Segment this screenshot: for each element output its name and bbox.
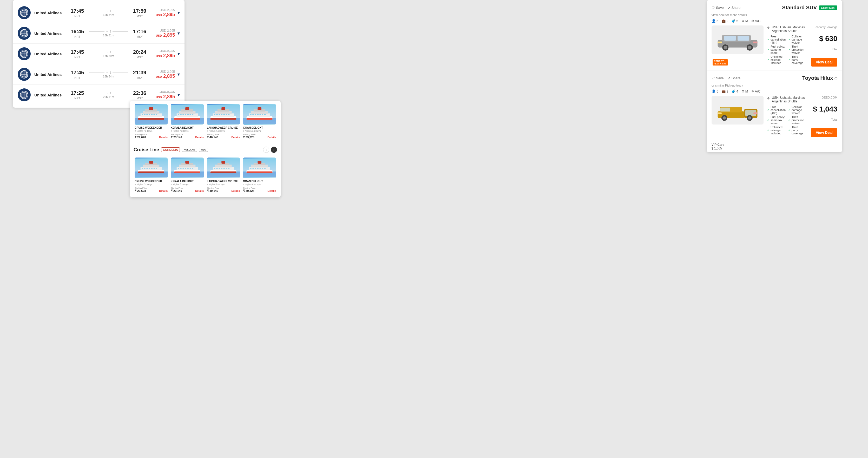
car-benefit: ✓ Theft protection waiver	[788, 115, 805, 125]
view-deal-button[interactable]: View Deal	[811, 58, 837, 66]
car-image	[712, 26, 764, 54]
svg-rect-165	[252, 167, 254, 169]
svg-rect-76	[182, 114, 184, 115]
cruise-title-suffix: Line	[149, 147, 159, 152]
svg-rect-94	[226, 114, 227, 115]
flight-row[interactable]: United Airlines 16:45 NRT → 1 15h 31m 17…	[13, 23, 185, 44]
cruise-price: ₹ 39,328	[243, 189, 254, 193]
expand-chevron[interactable]: ▾	[178, 10, 180, 16]
cruise-price: ₹ 29,628	[135, 136, 146, 139]
cruise-image	[135, 157, 167, 178]
airline-name: United Airlines	[34, 72, 71, 77]
svg-rect-169	[262, 167, 263, 169]
flight-duration: 17h 39m	[103, 54, 114, 57]
cruise-duration: 3 Nights / 4 Days	[243, 130, 276, 132]
svg-rect-164	[250, 167, 251, 169]
flight-price-block: USD 2,995 USD 2,895	[146, 70, 175, 79]
cruise-details-button[interactable]: Details	[268, 189, 276, 192]
location-text: USH: Ushuaia Malvinas Argentinas Shuttle	[772, 96, 805, 103]
car-price: $ 630	[819, 35, 837, 43]
cruise-details-button[interactable]: Details	[159, 136, 167, 139]
svg-rect-55	[141, 113, 162, 117]
flight-route: → 1 18h 54m	[87, 71, 130, 78]
cruise-card: GOAN DELIGHT 3 Nights / 4 Days Starting …	[241, 104, 278, 142]
cruise-price: ₹ 40,140	[207, 136, 218, 139]
cruise-next-button[interactable]: ›	[271, 147, 277, 153]
airline-logo	[18, 27, 31, 40]
share-button[interactable]: ↗ Share	[727, 76, 741, 80]
departure-time: 16:45	[71, 29, 84, 35]
svg-rect-65	[156, 114, 157, 115]
svg-rect-123	[151, 167, 153, 169]
cruise-top-grid: CRUISE WEEKENDER 2 Nights / 3 Days Start…	[130, 101, 281, 144]
save-button[interactable]: ♡ Save	[712, 76, 724, 80]
car-name: Standard SUV	[782, 5, 817, 11]
airline-name: United Airlines	[34, 52, 71, 56]
cruise-price-row: ₹ 40,140 Details	[207, 189, 240, 193]
airline-logo	[18, 47, 31, 60]
cruise-name: GOAN DELIGHT	[243, 126, 276, 129]
brand-cordelia[interactable]: CORDELIA	[161, 147, 180, 152]
svg-rect-73	[185, 108, 189, 110]
route-line: → 1	[89, 71, 128, 74]
svg-rect-152	[221, 167, 222, 169]
svg-rect-58	[149, 108, 153, 110]
car-benefit: ✓ Free cancellation (48h)	[767, 35, 786, 44]
bags-feature: 💼2	[721, 19, 728, 23]
check-icon: ✓	[767, 129, 770, 132]
brand-holland[interactable]: HOLLAND	[182, 148, 197, 152]
benefit-text: Collision damage waiver	[792, 35, 805, 44]
cruise-duration: 2 Nights / 3 Days	[135, 130, 167, 132]
flight-times: 17:45 NRT → 1 18h 54m 21:39 MSY	[71, 70, 146, 79]
price-currency: USD	[156, 55, 162, 58]
vip-cars-section: VIP Cars $ 1,065	[707, 141, 842, 152]
current-price: USD 2,895	[146, 73, 175, 79]
expand-chevron[interactable]: ▾	[178, 92, 180, 98]
svg-rect-90	[216, 114, 218, 115]
svg-rect-168	[259, 167, 261, 169]
cruise-details-button[interactable]: Details	[195, 189, 204, 192]
svg-rect-119	[142, 167, 143, 169]
svg-rect-79	[190, 114, 191, 115]
svg-rect-154	[226, 167, 227, 169]
cruise-bottom-grid: CRUISE WEEKENDER 2 Nights / 3 Days Start…	[130, 154, 281, 197]
check-icon: ✓	[788, 38, 790, 41]
expand-chevron[interactable]: ▾	[178, 71, 180, 77]
svg-rect-134	[178, 167, 179, 169]
cruise-details-button[interactable]: Details	[268, 136, 276, 139]
cruise-prev-button[interactable]: ‹	[263, 147, 269, 153]
svg-rect-160	[249, 167, 270, 170]
svg-rect-106	[255, 114, 256, 115]
cruise-details-button[interactable]: Details	[159, 189, 167, 192]
benefit-text: Third party coverage	[792, 126, 805, 135]
cruise-details-button[interactable]: Details	[231, 136, 240, 139]
flight-row[interactable]: United Airlines 17:45 NRT → 1 15h 34m 17…	[13, 3, 185, 23]
svg-rect-69	[175, 118, 200, 120]
flight-row[interactable]: United Airlines 17:45 NRT → 1 18h 54m 21…	[13, 64, 185, 85]
svg-rect-166	[255, 167, 256, 169]
svg-rect-130	[177, 167, 198, 170]
view-deal-button[interactable]: View Deal	[811, 128, 837, 137]
flight-row[interactable]: United Airlines 17:45 NRT → 1 17h 39m 20…	[13, 44, 185, 64]
cruise-price-label: Starting Price	[135, 133, 167, 136]
car-image-wrap	[712, 96, 764, 137]
cruise-image	[207, 157, 240, 178]
svg-rect-99	[247, 118, 273, 120]
heart-icon: ♡	[712, 6, 715, 10]
arrival-airport: MSY	[133, 97, 146, 100]
car-price-section: EconomyBookings $ 630 Total View Deal	[809, 26, 837, 66]
arrival-time: 21:39	[133, 70, 146, 75]
save-button[interactable]: ♡ Save	[712, 6, 724, 10]
brand-msc[interactable]: MSC	[199, 148, 208, 152]
svg-rect-137	[185, 167, 186, 169]
arrival-time: 17:59	[133, 8, 146, 14]
cruise-details-button[interactable]: Details	[231, 189, 240, 192]
expand-chevron[interactable]: ▾	[178, 51, 180, 57]
passengers-feature: 👤5	[712, 19, 718, 23]
flight-price-block: USD 2,995 USD 2,895	[146, 8, 175, 18]
share-button[interactable]: ↗ Share	[727, 6, 741, 10]
original-price: USD 2,995	[146, 50, 175, 53]
cruise-details-button[interactable]: Details	[195, 136, 204, 139]
svg-rect-103	[257, 108, 261, 110]
expand-chevron[interactable]: ▾	[178, 30, 180, 36]
